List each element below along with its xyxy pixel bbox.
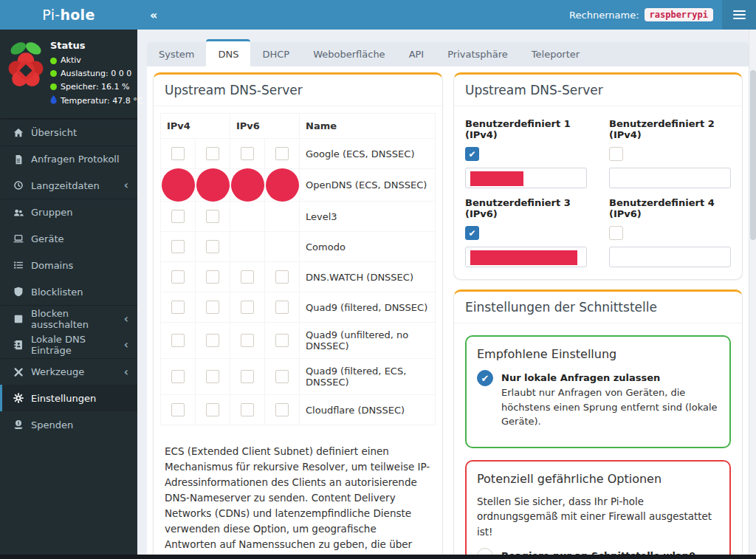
custom-upstream-1-input[interactable] — [465, 168, 587, 188]
tab-privatsphäre[interactable]: Privatsphäre — [436, 42, 520, 66]
sidebar-item-spenden[interactable]: Spenden — [0, 411, 137, 438]
custom-upstream-3-input[interactable] — [465, 247, 587, 267]
tab-content-panel: Upstream DNS-Server IPv4 IPv6 Name Googl… — [147, 66, 749, 555]
ipv6-checkbox[interactable] — [275, 270, 289, 284]
ipv4-checkbox[interactable] — [171, 147, 185, 160]
tab-dns[interactable]: DNS — [206, 39, 250, 66]
sidebar-item-einstellungen[interactable]: Einstellungen — [0, 385, 137, 411]
ipv4-checkbox[interactable] — [206, 370, 219, 383]
sidebar-menu: ÜbersichtAnfragen ProtokollLangzeitdaten… — [0, 119, 137, 438]
status-line: Temperatur: 47.8 °C — [50, 95, 142, 107]
sidebar-item-geräte[interactable]: Geräte — [0, 225, 137, 252]
tab-system[interactable]: System — [147, 42, 206, 66]
sidebar-item-blocklisten[interactable]: Blocklisten — [0, 278, 137, 305]
checkbox-cell — [161, 232, 196, 262]
ipv6-checkbox[interactable] — [241, 334, 254, 347]
table-row: Cloudflare (DNSSEC) — [161, 395, 436, 425]
sidebar: Pi-hole Status AktivAuslastung: 0 0 0Spe… — [0, 0, 137, 555]
ipv6-checkbox[interactable] — [275, 334, 289, 347]
custom-upstream-field: Benutzerdefiniert 1 (IPv4)✔ — [465, 112, 587, 188]
scrollbar-thumb[interactable] — [750, 70, 756, 240]
custom-upstream-2-input[interactable] — [609, 168, 731, 188]
sidebar-item-label: Geräte — [31, 233, 130, 244]
ipv4-checkbox[interactable] — [206, 210, 219, 223]
logo-text-bold: hole — [60, 7, 94, 23]
checkbox-cell — [196, 262, 230, 292]
sidebar-item-gruppen[interactable]: Gruppen — [0, 199, 137, 225]
pihole-logo[interactable]: Pi-hole — [0, 0, 137, 30]
tab-teleporter[interactable]: Teleporter — [520, 42, 591, 66]
ipv6-checkbox[interactable] — [275, 403, 289, 416]
checkbox-cell — [161, 359, 196, 395]
sidebar-item-werkzeuge[interactable]: Werkzeuge‹ — [0, 358, 137, 385]
custom-upstream-1-checkbox[interactable]: ✔ — [465, 147, 479, 161]
sidebar-item-anfragen-protokoll[interactable]: Anfragen Protokoll — [0, 145, 137, 172]
sidebar-item-langzeitdaten[interactable]: Langzeitdaten‹ — [0, 172, 137, 199]
sidebar-item-label: Domains — [31, 260, 130, 271]
ipv4-checkbox[interactable] — [171, 210, 185, 223]
ipv4-checkbox[interactable] — [206, 334, 219, 347]
custom-upstream-3-checkbox[interactable]: ✔ — [465, 226, 479, 240]
hostname-badge: raspberrypi — [645, 8, 713, 21]
ipv4-checkbox[interactable] — [206, 270, 219, 284]
ipv6-checkbox[interactable] — [241, 270, 254, 284]
ipv4-checkbox[interactable] — [171, 403, 185, 416]
status-dot — [50, 83, 57, 90]
ipv6-checkbox[interactable] — [241, 147, 254, 160]
tab-weboberfläche[interactable]: Weboberfläche — [301, 42, 396, 66]
sidebar-item-label: Anfragen Protokoll — [31, 154, 130, 165]
checkbox-cell — [230, 359, 265, 395]
ipv6-checkbox[interactable] — [275, 370, 289, 383]
checkbox-cell — [265, 395, 300, 425]
ipv4-checkbox[interactable] — [171, 240, 185, 253]
table-row: Level3 — [161, 202, 436, 232]
ipv4-checkbox[interactable] — [206, 403, 219, 416]
dns-provider-name: Quad9 (filtered, ECS, DNSSEC) — [300, 359, 436, 395]
sidebar-item-lokale-dns-einträge[interactable]: Lokale DNS Einträge‹ — [0, 332, 137, 358]
status-line: Speicher: 16.1 % — [50, 82, 142, 92]
ipv4-checkbox[interactable] — [171, 270, 185, 284]
ipv6-checkbox[interactable] — [275, 147, 289, 160]
tools-icon — [13, 367, 31, 377]
ipv4-checkbox[interactable] — [171, 301, 185, 314]
ipv6-checkbox[interactable] — [275, 301, 289, 314]
status-label: Aktiv — [61, 55, 81, 66]
ecs-note-text: ECS (Extended Client Subnet) definiert e… — [165, 445, 430, 555]
custom-upstream-4-checkbox[interactable] — [609, 226, 623, 240]
sidebar-item-blocken-ausschalten[interactable]: Blocken ausschalten‹ — [0, 305, 137, 332]
sidebar-item-domains[interactable]: Domains — [0, 252, 137, 278]
custom-upstream-2-checkbox[interactable] — [609, 147, 623, 161]
chevron-left-icon: ‹ — [124, 179, 130, 192]
upstream-dns-table: IPv4 IPv6 Name Google (ECS, DNSSEC)OpenD… — [160, 113, 436, 425]
ipv4-checkbox[interactable] — [206, 240, 219, 253]
radio-reagiere-nur-an-schnittstelle-wlan0[interactable] — [477, 548, 493, 555]
tab-dhcp[interactable]: DHCP — [250, 42, 301, 66]
sidebar-item-übersicht[interactable]: Übersicht — [0, 119, 137, 145]
status-line: Auslastung: 0 0 0 — [50, 69, 142, 79]
checkbox-cell — [196, 232, 230, 262]
ipv6-checkbox[interactable] — [241, 403, 254, 416]
ipv6-checkbox[interactable] — [241, 370, 254, 383]
dns-provider-name: DNS.WATCH (DNSSEC) — [300, 262, 436, 292]
checkbox-cell — [265, 202, 300, 232]
redaction-circle — [162, 168, 195, 202]
hamburger-menu-icon[interactable] — [722, 0, 756, 30]
custom-field-label: Benutzerdefiniert 1 (IPv4) — [465, 118, 587, 140]
radio-description: Erlaubt nur Anfragen von Geräten, die hö… — [501, 385, 719, 429]
sidebar-item-label: Lokale DNS Einträge — [31, 334, 124, 356]
sidebar-collapse-icon[interactable]: « — [137, 0, 170, 30]
main-content: SystemDNSDHCPWeboberflächeAPIPrivatsphär… — [137, 30, 756, 555]
ipv4-checkbox[interactable] — [206, 147, 219, 160]
tab-api[interactable]: API — [397, 42, 436, 66]
ipv4-checkbox[interactable] — [171, 334, 185, 347]
ipv4-checkbox[interactable] — [171, 370, 185, 383]
custom-upstream-4-input[interactable] — [609, 247, 731, 267]
vertical-scrollbar[interactable] — [749, 30, 756, 555]
radio-local-requests[interactable]: ✔ — [477, 370, 493, 386]
table-row: DNS.WATCH (DNSSEC) — [161, 262, 436, 292]
ipv4-checkbox[interactable] — [206, 301, 219, 314]
top-navbar: « Rechnername: raspberrypi — [137, 0, 756, 30]
ipv6-checkbox[interactable] — [241, 301, 254, 314]
custom-upstream-field: Benutzerdefiniert 2 (IPv4) — [609, 112, 731, 188]
checkbox-cell — [161, 323, 196, 359]
